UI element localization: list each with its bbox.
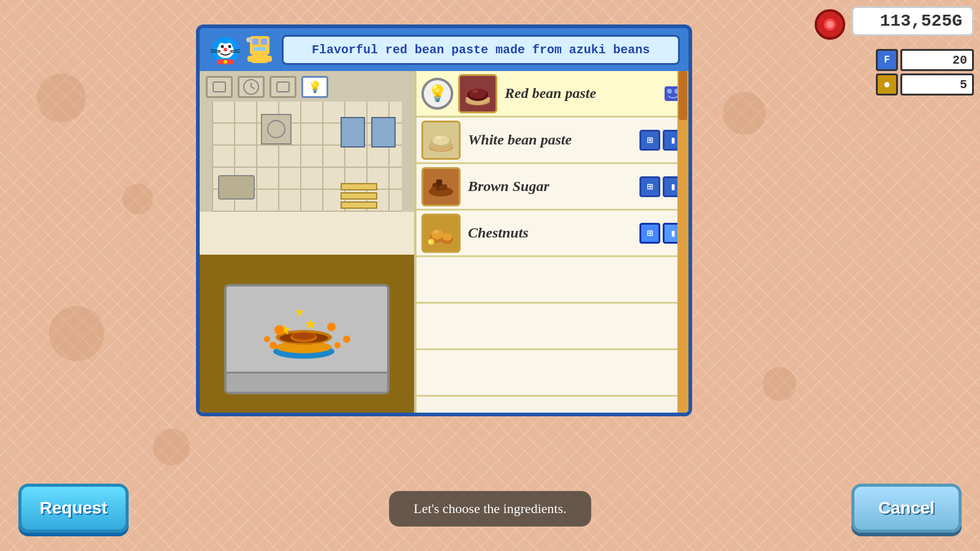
- toolbar-btn-bulb[interactable]: 💡: [301, 76, 328, 98]
- window-body: 💡: [200, 71, 688, 413]
- svg-rect-22: [267, 56, 272, 62]
- cooking-tray: [224, 284, 390, 394]
- svg-rect-17: [252, 39, 258, 45]
- coin-icon: ●: [876, 73, 898, 96]
- request-button[interactable]: Request: [18, 484, 129, 533]
- level-stat-row: F 20: [876, 49, 974, 71]
- svg-point-41: [270, 342, 277, 349]
- wooden-floor: [200, 255, 414, 413]
- window-header: Flavorful red bean paste made from azuki…: [200, 28, 688, 71]
- kitchen-tiles: [212, 102, 402, 212]
- bottom-text-box: Let's choose the ingredients.: [389, 491, 591, 527]
- toolbar-btn-3[interactable]: [270, 76, 296, 98]
- level-icon: F: [876, 49, 898, 71]
- toolbar-btn-1[interactable]: [206, 76, 233, 98]
- toolbar: 💡: [206, 76, 328, 98]
- svg-point-36: [274, 325, 284, 335]
- cancel-button[interactable]: Cancel: [851, 484, 962, 533]
- svg-point-40: [334, 342, 341, 348]
- svg-marker-35: [295, 308, 304, 316]
- svg-point-23: [246, 37, 251, 42]
- ingredient-item-chestnuts[interactable]: Chestnuts ⊞ ▮: [417, 211, 688, 257]
- scrollbar-thumb: [679, 71, 687, 120]
- kitchen-top: 💡: [200, 71, 414, 212]
- doraemon-avatar: [208, 32, 243, 67]
- bg-deco-2: [123, 184, 153, 214]
- blue-panel-2: [371, 117, 396, 148]
- svg-point-47: [472, 89, 478, 93]
- svg-point-66: [428, 240, 432, 244]
- empty-row-2: [417, 304, 688, 350]
- stacked-items: [341, 183, 377, 209]
- coin-bar: 5: [900, 73, 974, 96]
- svg-marker-34: [305, 319, 316, 329]
- bg-deco-5: [723, 92, 766, 135]
- currency-amount: 113,525G: [880, 12, 962, 31]
- svg-point-1: [826, 21, 834, 28]
- svg-rect-19: [254, 47, 266, 51]
- ingredient-item-white-bean[interactable]: White bean paste ⊞ ▮: [417, 118, 688, 164]
- robot-avatar: [245, 34, 274, 66]
- svg-point-37: [327, 323, 336, 331]
- chestnuts-name: Chestnuts: [468, 225, 639, 241]
- tray-food: [227, 287, 387, 392]
- bg-deco-4: [153, 429, 190, 465]
- bg-deco-1: [37, 73, 86, 122]
- description-box: Flavorful red bean paste made from azuki…: [282, 35, 680, 65]
- red-bean-icon: [458, 74, 497, 113]
- game-window: Flavorful red bean paste made from azuki…: [196, 24, 692, 416]
- ingredient-list: 💡 Red bean paste: [417, 71, 688, 397]
- red-icon: [815, 9, 845, 40]
- svg-point-38: [343, 335, 350, 343]
- chestnuts-icon: [421, 214, 461, 253]
- brown-sugar-cross-btn[interactable]: ⊞: [639, 176, 660, 197]
- svg-point-64: [442, 233, 452, 241]
- svg-point-15: [224, 60, 227, 64]
- food-display: [252, 293, 362, 373]
- empty-row-3: [417, 350, 688, 397]
- svg-point-39: [264, 336, 270, 342]
- toolbar-btn-clock[interactable]: [238, 76, 265, 98]
- brown-sugar-icon: [421, 167, 461, 206]
- white-bean-cross-btn[interactable]: ⊞: [639, 130, 660, 151]
- sink: [218, 175, 255, 200]
- svg-rect-24: [213, 82, 225, 92]
- bg-deco-6: [763, 367, 796, 401]
- ingredient-item-brown-sugar[interactable]: Brown Sugar ⊞ ▮: [417, 164, 688, 211]
- ingredient-panel: 💡 Red bean paste: [414, 71, 688, 413]
- svg-point-62: [434, 230, 439, 234]
- svg-line-27: [251, 87, 255, 89]
- svg-rect-28: [277, 82, 289, 92]
- svg-point-7: [221, 45, 224, 48]
- white-bean-icon: [421, 121, 461, 160]
- coin-stat-row: ● 5: [876, 73, 974, 96]
- kitchen-panel: 💡: [200, 71, 414, 413]
- svg-rect-18: [261, 39, 267, 45]
- star-icon: [822, 17, 838, 32]
- svg-point-9: [224, 48, 227, 51]
- currency-panel: 113,525G: [851, 6, 974, 36]
- brown-sugar-name: Brown Sugar: [468, 178, 639, 195]
- white-bean-name: White bean paste: [468, 132, 639, 148]
- svg-point-8: [228, 45, 232, 48]
- svg-rect-20: [251, 54, 268, 63]
- svg-point-43: [293, 332, 315, 340]
- red-bean-name: Red bean paste: [505, 85, 663, 102]
- chestnuts-cross-btn[interactable]: ⊞: [639, 223, 660, 244]
- level-bar: 20: [900, 49, 974, 71]
- character-icons: [208, 32, 274, 67]
- svg-point-54: [435, 136, 442, 140]
- svg-rect-59: [431, 187, 436, 192]
- ingredient-item-red-bean[interactable]: 💡 Red bean paste: [417, 71, 688, 118]
- svg-rect-21: [247, 56, 252, 62]
- svg-rect-58: [436, 179, 442, 186]
- stats-panel: F 20 ● 5: [876, 49, 974, 96]
- lightbulb-icon: 💡: [421, 78, 453, 110]
- bg-deco-3: [49, 306, 104, 361]
- scrollbar[interactable]: [677, 71, 688, 413]
- empty-row-1: [417, 257, 688, 304]
- svg-point-49: [667, 89, 672, 94]
- appliance-1: [261, 114, 292, 144]
- blue-panel-1: [341, 117, 365, 148]
